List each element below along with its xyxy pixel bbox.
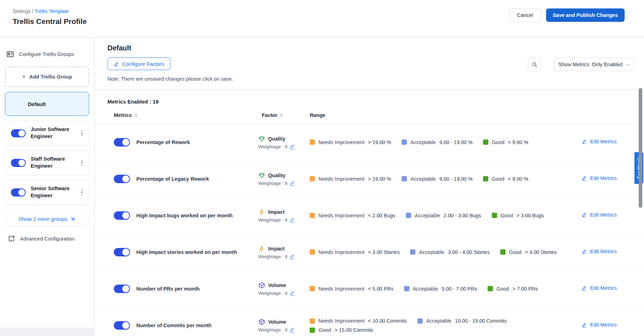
- weightage-label: Weightage : 8: [258, 254, 287, 259]
- weightage-row: Weightage : 8: [258, 327, 310, 332]
- factor-cell: Quality Weightage : 8: [258, 172, 310, 186]
- range-value: 9.00 - 19.00 %: [439, 139, 472, 145]
- factor-icon: [258, 209, 265, 216]
- range-label: Acceptable: [413, 286, 438, 292]
- range-cell: Needs Improvement < 5.00 PRs Acceptable …: [310, 286, 582, 292]
- weightage-label: Weightage : 8: [258, 291, 287, 296]
- range-label: Good: [509, 249, 521, 255]
- range-good: Good < 9.00 %: [483, 139, 528, 145]
- page-title: Trellis Central Profile: [13, 17, 87, 26]
- weightage-row: Weightage : 8: [258, 217, 310, 223]
- weightage-label: Weightage : 8: [258, 144, 287, 149]
- edit-metrics-link[interactable]: Edit Metrics: [582, 212, 617, 218]
- edit-weightage-icon[interactable]: [290, 327, 295, 332]
- kebab-menu-icon[interactable]: [79, 158, 85, 168]
- group-card[interactable]: Junior Software Engineer: [5, 121, 89, 145]
- breadcrumb-trellis-template[interactable]: Trellis Template: [35, 8, 69, 14]
- group-toggle[interactable]: [11, 159, 26, 167]
- range-acceptable: Acceptable 9.00 - 19.00 %: [402, 139, 472, 145]
- group-list: Junior Software Engineer Staff Software …: [5, 121, 89, 205]
- edit-metrics-link[interactable]: Edit Metrics: [582, 175, 617, 181]
- weightage-row: Weightage : 8: [258, 254, 310, 259]
- cancel-button[interactable]: Cancel: [509, 8, 541, 22]
- pencil-icon: [582, 139, 587, 144]
- metric-row: Number of Commits per month Volume: [95, 307, 644, 336]
- metric-toggle[interactable]: [114, 285, 130, 293]
- header-actions: Cancel Save and Publish Changes: [509, 8, 625, 22]
- range-label: Good: [492, 139, 504, 145]
- range-label: Needs Improvement: [318, 286, 365, 292]
- factor-icon: [258, 245, 265, 252]
- edit-metrics-link[interactable]: Edit Metrics: [582, 285, 617, 291]
- range-cell: Needs Improvement > 19.00 % Acceptable 9…: [310, 139, 582, 145]
- edit-weightage-icon[interactable]: [290, 144, 295, 149]
- save-publish-button[interactable]: Save and Publish Changes: [546, 8, 625, 22]
- edit-metrics-link[interactable]: Edit Metrics: [582, 322, 617, 328]
- edit-weightage-icon[interactable]: [290, 217, 295, 223]
- edit-weightage-icon[interactable]: [290, 291, 295, 296]
- metric-row: Percentage of Legacy Rework Quality: [95, 161, 644, 197]
- range-label: Good: [496, 286, 509, 292]
- group-card[interactable]: Staff Software Engineer: [5, 150, 89, 175]
- table-header-row: Metrics Factor Range: [95, 112, 644, 124]
- actions-cell: Edit Metrics: [582, 249, 617, 256]
- metric-name: Number of Commits per month: [136, 323, 211, 328]
- metric-toggle[interactable]: [114, 175, 130, 183]
- metric-cell: Percentage of Rework: [114, 138, 258, 147]
- breadcrumb-settings[interactable]: Settings: [13, 8, 31, 14]
- search-button[interactable]: [528, 58, 541, 71]
- range-label: Acceptable: [410, 176, 436, 182]
- range-cell: Needs Improvement < 10.00 Commits Accept…: [310, 318, 535, 333]
- kebab-menu-icon[interactable]: [79, 187, 85, 198]
- range-swatch: [410, 249, 415, 255]
- add-trellis-group-button[interactable]: + Add Trellis Group: [5, 67, 89, 87]
- factor-icon: [258, 282, 265, 289]
- sort-icon-factor[interactable]: [280, 113, 283, 118]
- range-needs-improvement: Needs Improvement > 19.00 %: [310, 176, 391, 182]
- edit-weightage-icon[interactable]: [290, 254, 295, 259]
- sort-icon-metrics[interactable]: [135, 113, 137, 118]
- metric-cell: Number of Commits per month: [114, 321, 258, 330]
- edit-metrics-label: Edit Metrics: [590, 139, 617, 144]
- metric-toggle[interactable]: [114, 138, 130, 147]
- show-metrics-dropdown[interactable]: Show Metrics: Only Enabled: [554, 58, 634, 71]
- group-card[interactable]: Senior Software Engineer: [5, 180, 89, 205]
- range-value: > 3.00 Bugs: [516, 213, 544, 218]
- metric-toggle[interactable]: [114, 211, 130, 220]
- group-label: Senior Software Engineer: [31, 185, 74, 199]
- range-swatch: [483, 176, 488, 181]
- actions-cell: Edit Metrics: [582, 322, 617, 329]
- pencil-icon: [582, 249, 587, 254]
- advanced-configuration-button[interactable]: Advanced Configuration: [5, 235, 89, 242]
- factor-cell: Quality Weightage : 8: [258, 135, 310, 149]
- range-cell: Needs Improvement < 2.00 Bugs Acceptable…: [310, 213, 582, 218]
- edit-metrics-link[interactable]: Edit Metrics: [582, 249, 617, 254]
- configure-factors-button[interactable]: Configure Factors: [107, 57, 171, 70]
- edit-metrics-label: Edit Metrics: [590, 285, 617, 291]
- column-header-metrics: Metrics: [114, 112, 258, 118]
- metric-toggle[interactable]: [114, 248, 130, 256]
- sidebar: Configure Trellis Groups + Add Trellis G…: [0, 38, 94, 328]
- edit-metrics-link[interactable]: Edit Metrics: [582, 139, 617, 144]
- group-label: Junior Software Engineer: [31, 126, 74, 140]
- edit-weightage-icon[interactable]: [290, 181, 295, 186]
- group-toggle[interactable]: [11, 129, 26, 137]
- actions-cell: Edit Metrics: [582, 139, 617, 146]
- range-good: Good > 4.00 Stories: [500, 249, 557, 255]
- factor-name: Quality: [268, 173, 285, 178]
- group-toggle[interactable]: [11, 188, 26, 197]
- weightage-label: Weightage : 8: [258, 327, 287, 332]
- metric-cell: Number of PRs per month: [114, 285, 258, 293]
- show-more-groups-button[interactable]: Show 2 more groups: [5, 211, 89, 226]
- range-value: 3.00 - 4.00 Stories: [448, 249, 490, 255]
- kebab-menu-icon[interactable]: [79, 128, 85, 138]
- id-card-icon: [6, 50, 14, 58]
- group-label: Staff Software Engineer: [31, 156, 74, 169]
- group-card-default[interactable]: Default: [5, 92, 89, 116]
- range-value: < 3.00 Stories: [368, 249, 400, 255]
- factor-icon: [258, 172, 265, 179]
- range-swatch: [310, 139, 315, 145]
- scrollbar-thumb[interactable]: [639, 88, 642, 208]
- metric-toggle[interactable]: [114, 321, 130, 330]
- quality-gem-icon: [258, 172, 265, 179]
